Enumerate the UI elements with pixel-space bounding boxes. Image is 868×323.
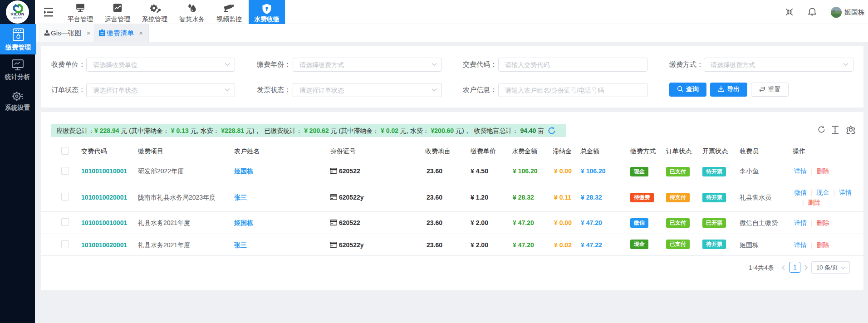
svg-text:瑞恩电气: 瑞恩电气 (13, 16, 22, 19)
svg-text:RIEON: RIEON (10, 12, 25, 16)
